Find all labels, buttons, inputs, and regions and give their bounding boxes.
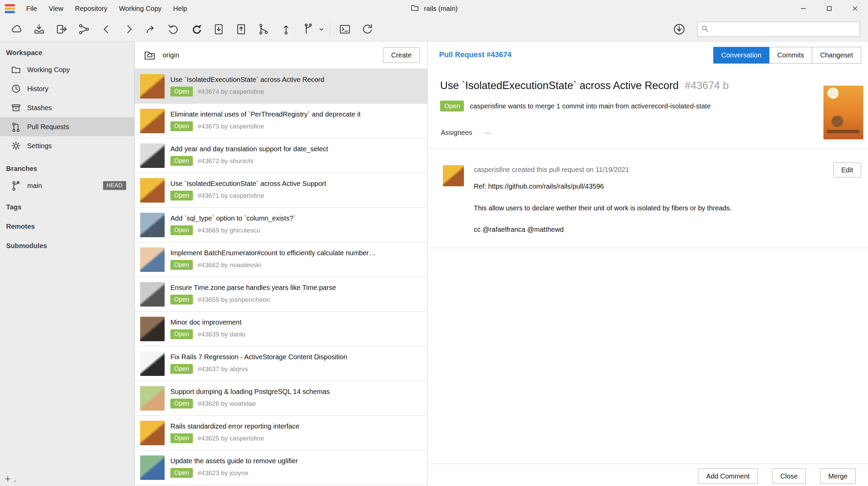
maximize-button[interactable]	[816, 0, 842, 17]
avatar	[140, 455, 165, 480]
terminal-icon[interactable]	[334, 20, 356, 39]
app-window: File View Repository Working Copy Help r…	[0, 0, 868, 486]
pr-title: Add year and day translation support for…	[170, 145, 422, 153]
menu-repository[interactable]: Repository	[69, 0, 113, 17]
undo-icon[interactable]	[163, 20, 185, 39]
archive-icon	[11, 103, 21, 113]
close-pr-button[interactable]: Close	[772, 468, 806, 484]
sidebar-item-working-copy[interactable]: Working Copy	[0, 60, 134, 79]
tab-commits[interactable]: Commits	[769, 47, 812, 64]
pop-stash-icon[interactable]	[230, 20, 252, 39]
comment-line: Ref: https://github.com/rails/rails/pull…	[474, 183, 604, 190]
status-badge: Open	[170, 295, 193, 305]
sidebar-item-stashes[interactable]: Stashes	[0, 98, 134, 117]
add-repository-button[interactable]: +	[5, 474, 11, 484]
pr-meta: #43639 by danlo	[198, 331, 246, 338]
pr-title: Fix Rails 7 Regression - ActiveStorage C…	[170, 353, 422, 361]
pull-request-row[interactable]: Use `IsolatedExecutionState` across Acti…	[135, 69, 427, 104]
checkout-icon[interactable]	[140, 20, 163, 39]
detail-tabs: Conversation Commits Changeset	[714, 47, 861, 64]
pull-request-row[interactable]: Ensure Time.zone.parse handles years lik…	[135, 277, 427, 312]
pull-request-row[interactable]: Eliminate internal uses of `PerThreadReg…	[135, 104, 427, 138]
avatar	[140, 143, 165, 168]
pr-title: Update the assets guide to remove uglifi…	[170, 457, 422, 465]
title-bar: File View Repository Working Copy Help r…	[0, 0, 868, 17]
pull-request-row[interactable]: Add `sql_type` option to `column_exists?…	[135, 208, 427, 242]
pr-row-text: Add `sql_type` option to `column_exists?…	[170, 214, 422, 235]
merge-icon[interactable]	[252, 20, 275, 39]
status-badge: Open	[170, 156, 193, 166]
sidebar-item-branch-main[interactable]: main HEAD	[0, 176, 134, 195]
commit-graph-icon[interactable]	[73, 20, 95, 39]
pr-meta: #43626 by woahdae	[198, 400, 256, 407]
sidebar-item-label: History	[27, 85, 48, 93]
pull-request-row[interactable]: Use `IsolatedExecutionState` across Acti…	[135, 173, 427, 208]
divider	[428, 464, 868, 464]
menu-file[interactable]: File	[20, 0, 43, 17]
add-comment-button[interactable]: Add Comment	[698, 468, 758, 484]
pull-request-row[interactable]: Update the assets guide to remove uglifi…	[135, 450, 427, 485]
pr-meta: #43623 by jcoyne	[198, 469, 248, 477]
tab-changeset[interactable]: Changeset	[812, 47, 861, 64]
pr-row-text: Implement BatchEnumerator#count to effic…	[170, 249, 422, 270]
status-badge: Open	[440, 101, 464, 111]
status-badge: Open	[170, 329, 193, 339]
menu-view[interactable]: View	[43, 0, 69, 17]
close-button[interactable]	[842, 0, 868, 17]
pr-row-text: Add year and day translation support for…	[170, 145, 422, 166]
pr-meta: #43673 by casperisfine	[198, 123, 264, 130]
chevron-down-icon[interactable]: ⌄	[13, 476, 17, 484]
avatar	[140, 317, 165, 341]
redo-icon[interactable]	[185, 20, 207, 39]
assignees-label: Assignees	[441, 129, 472, 137]
divider	[428, 248, 868, 248]
pull-icon[interactable]	[28, 20, 50, 39]
pr-detail-title-number: #43674 b	[685, 80, 729, 91]
tab-conversation[interactable]: Conversation	[713, 47, 770, 64]
sidebar-item-pull-requests[interactable]: Pull Requests	[0, 117, 134, 136]
status-badge: Open	[170, 468, 193, 478]
rebase-icon[interactable]	[275, 20, 297, 39]
pr-meta-row: Open #43655 by joshpencheon	[170, 295, 422, 305]
search-input[interactable]	[712, 25, 856, 33]
sidebar-section-tags[interactable]: Tags	[6, 203, 134, 211]
pull-request-row[interactable]: Fix Rails 7 Regression - ActiveStorage C…	[135, 346, 427, 381]
edit-button[interactable]: Edit	[833, 162, 861, 177]
menu-bar: File View Repository Working Copy Help	[20, 0, 193, 17]
pr-title: Add `sql_type` option to `column_exists?…	[170, 214, 422, 222]
chevron-down-icon[interactable]	[316, 20, 327, 39]
assignees-value: —	[484, 129, 491, 137]
avatar-table-shape	[827, 130, 859, 133]
merge-button[interactable]: Merge	[820, 468, 856, 484]
stash-icon[interactable]	[207, 20, 230, 39]
pr-meta: #43669 by ghiculescu	[198, 227, 260, 234]
back-icon[interactable]	[95, 20, 118, 39]
avatar	[140, 247, 165, 272]
pr-row-text: Eliminate internal uses of `PerThreadReg…	[170, 110, 422, 131]
toolbar	[0, 17, 868, 41]
status-badge: Open	[170, 260, 193, 270]
sidebar-item-history[interactable]: History	[0, 79, 134, 98]
push-icon[interactable]	[50, 20, 73, 39]
pull-request-row[interactable]: Add year and day translation support for…	[135, 138, 427, 173]
updates-icon[interactable]	[668, 20, 690, 39]
pr-title: Support dumping & loading PostgreSQL 14 …	[170, 388, 422, 396]
pull-request-row[interactable]: Implement BatchEnumerator#count to effic…	[135, 242, 427, 277]
pr-row-text: Update the assets guide to remove uglifi…	[170, 457, 422, 478]
sidebar-section-submodules[interactable]: Submodules	[6, 242, 134, 250]
sidebar-section-remotes[interactable]: Remotes	[6, 223, 134, 230]
pr-row-text: Support dumping & loading PostgreSQL 14 …	[170, 388, 422, 409]
sidebar-item-settings[interactable]: Settings	[0, 136, 134, 155]
minimize-button[interactable]	[790, 0, 816, 17]
menu-help[interactable]: Help	[167, 0, 193, 17]
pull-request-row[interactable]: Support dumping & loading PostgreSQL 14 …	[135, 381, 427, 416]
fetch-icon[interactable]	[5, 20, 28, 39]
menu-working-copy[interactable]: Working Copy	[113, 0, 167, 17]
forward-icon[interactable]	[118, 20, 140, 39]
create-button[interactable]: Create	[383, 47, 420, 63]
pr-title: Minor doc improvement	[170, 318, 422, 326]
pull-request-row[interactable]: Minor doc improvement Open #43639 by dan…	[135, 312, 427, 346]
refresh-icon[interactable]	[356, 20, 379, 39]
pull-request-list-panel: origin Create Use `IsolatedExecutionStat…	[135, 41, 428, 486]
pull-request-row[interactable]: Rails standardized error reporting inter…	[135, 416, 427, 450]
